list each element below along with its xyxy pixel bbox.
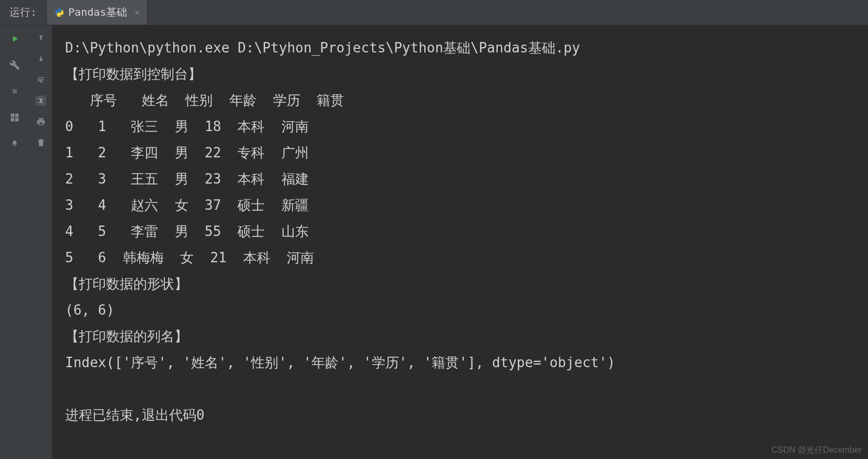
console-line: 1 2 李四 男 22 专科 广州 — [65, 145, 309, 161]
print-icon[interactable] — [36, 116, 46, 127]
console-line: 5 6 韩梅梅 女 21 本科 河南 — [65, 250, 314, 265]
console-line: D:\Python\python.exe D:\Ptyhon_Projects\… — [65, 40, 580, 56]
console-line: 序号 姓名 性别 年龄 学历 籍贯 — [65, 92, 344, 108]
stop-icon[interactable] — [8, 85, 21, 98]
watermark: CSDN @光仔December — [771, 445, 862, 456]
arrow-down-icon[interactable] — [36, 54, 46, 64]
play-icon[interactable] — [8, 33, 21, 45]
left-toolbar — [0, 25, 29, 459]
close-icon[interactable]: × — [134, 7, 140, 17]
console-line: Index(['序号', '姓名', '性别', '年龄', '学历', '籍贯… — [65, 355, 615, 370]
run-tab[interactable]: Pandas基础 × — [47, 0, 148, 25]
pin-icon[interactable] — [8, 137, 21, 150]
main-area: D:\Python\python.exe D:\Ptyhon_Projects\… — [0, 25, 868, 459]
console-line: 【打印数据到控制台】 — [65, 66, 202, 82]
console-line: (6, 6) — [65, 302, 114, 318]
top-bar: 运行: Pandas基础 × — [0, 0, 868, 25]
arrow-up-icon[interactable] — [36, 33, 46, 43]
console-output[interactable]: D:\Python\python.exe D:\Ptyhon_Projects\… — [53, 25, 868, 459]
second-toolbar — [29, 25, 53, 459]
console-line: 4 5 李雷 男 55 硕士 山东 — [65, 223, 309, 239]
python-icon — [55, 8, 64, 17]
layout-icon[interactable] — [8, 111, 21, 124]
tab-title: Pandas基础 — [68, 5, 127, 19]
console-line: 进程已结束,退出代码0 — [65, 407, 204, 423]
soft-wrap-icon[interactable] — [36, 74, 46, 85]
trash-icon[interactable] — [36, 137, 46, 148]
console-line: 3 4 赵六 女 37 硕士 新疆 — [65, 197, 309, 213]
svg-rect-0 — [13, 89, 17, 93]
scroll-to-end-icon[interactable] — [36, 95, 46, 106]
console-line: 【打印数据的形状】 — [65, 276, 188, 292]
run-label: 运行: — [9, 5, 37, 19]
console-line: 2 3 王五 男 23 本科 福建 — [65, 171, 309, 187]
console-line: 【打印数据的列名】 — [65, 328, 188, 344]
console-line: 0 1 张三 男 18 本科 河南 — [65, 119, 309, 134]
wrench-icon[interactable] — [8, 59, 21, 71]
